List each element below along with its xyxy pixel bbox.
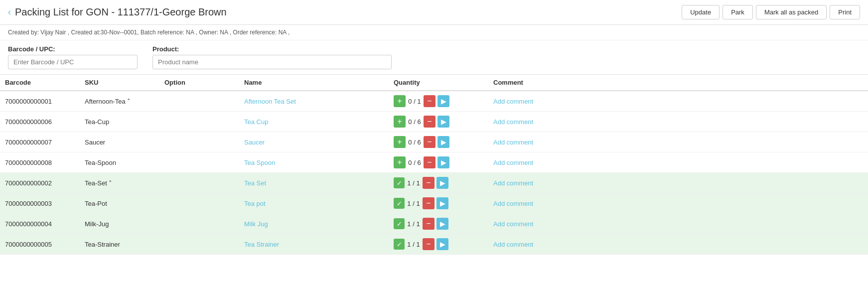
cell-comment[interactable]: Add comment xyxy=(488,91,868,112)
increment-button[interactable]: + xyxy=(394,136,406,148)
table-row: 7000000000004Milk-JugMilk Jug✓1 / 1−▶Add… xyxy=(0,214,868,234)
detail-arrow-button[interactable]: ▶ xyxy=(436,177,448,189)
decrement-button[interactable]: − xyxy=(424,136,435,148)
product-link[interactable]: Tea Set xyxy=(244,179,266,187)
col-header-option: Option xyxy=(159,75,239,91)
barcode-label: Barcode / UPC: xyxy=(8,45,138,53)
table-row: 7000000000001Afternoon-Tea ˄Afternoon Te… xyxy=(0,91,868,112)
cell-sku: Tea-Cup xyxy=(80,112,159,132)
cell-comment[interactable]: Add comment xyxy=(488,234,868,255)
detail-arrow-button[interactable]: ▶ xyxy=(437,136,449,148)
add-comment-link[interactable]: Add comment xyxy=(493,220,533,228)
mark-all-packed-button[interactable]: Mark all as packed xyxy=(756,5,827,19)
cell-name[interactable]: Tea Cup xyxy=(239,112,389,132)
cell-name[interactable]: Tea Spoon xyxy=(239,152,389,173)
park-button[interactable]: Park xyxy=(723,5,753,19)
cell-sku: Milk-Jug xyxy=(80,214,159,234)
cell-option xyxy=(159,214,239,234)
cell-option xyxy=(159,91,239,112)
qty-display: 1 / 1 xyxy=(407,179,421,187)
cell-barcode: 7000000000007 xyxy=(0,132,80,152)
cell-barcode: 7000000000008 xyxy=(0,152,80,173)
qty-display: 1 / 1 xyxy=(407,220,421,228)
product-link[interactable]: Tea pot xyxy=(244,200,266,207)
cell-sku: Tea-Set ˄ xyxy=(80,173,159,193)
cell-option xyxy=(159,112,239,132)
product-input[interactable] xyxy=(152,55,392,69)
decrement-button[interactable]: − xyxy=(424,116,435,128)
add-comment-link[interactable]: Add comment xyxy=(493,200,533,207)
increment-button[interactable]: + xyxy=(394,95,406,107)
col-header-comment: Comment xyxy=(488,75,868,91)
add-comment-link[interactable]: Add comment xyxy=(493,98,533,105)
increment-button[interactable]: + xyxy=(394,116,406,128)
detail-arrow-button[interactable]: ▶ xyxy=(436,238,448,250)
print-button[interactable]: Print xyxy=(830,5,860,19)
col-header-name: Name xyxy=(239,75,389,91)
cell-barcode: 7000000000005 xyxy=(0,234,80,255)
add-comment-link[interactable]: Add comment xyxy=(493,118,533,126)
cell-comment[interactable]: Add comment xyxy=(488,152,868,173)
increment-button[interactable]: + xyxy=(394,156,406,168)
update-button[interactable]: Update xyxy=(682,5,720,19)
cell-sku: Saucer xyxy=(80,132,159,152)
col-header-sku: SKU xyxy=(80,75,159,91)
meta-text: Created by: Vijay Nair , Created at:30-N… xyxy=(8,29,289,36)
header-buttons: Update Park Mark all as packed Print xyxy=(682,5,860,19)
meta-bar: Created by: Vijay Nair , Created at:30-N… xyxy=(0,25,868,40)
qty-display: 0 / 6 xyxy=(408,118,422,126)
cell-comment[interactable]: Add comment xyxy=(488,112,868,132)
cell-sku: Afternoon-Tea ˄ xyxy=(80,91,159,112)
product-link[interactable]: Tea Spoon xyxy=(244,159,275,166)
cell-name[interactable]: Afternoon Tea Set xyxy=(239,91,389,112)
add-comment-link[interactable]: Add comment xyxy=(493,139,533,146)
cell-sku: Tea-Strainer xyxy=(80,234,159,255)
qty-display: 0 / 6 xyxy=(408,159,422,166)
decrement-button[interactable]: − xyxy=(423,218,434,230)
cell-comment[interactable]: Add comment xyxy=(488,173,868,193)
cell-name[interactable]: Saucer xyxy=(239,132,389,152)
detail-arrow-button[interactable]: ▶ xyxy=(437,116,449,128)
qty-display: 0 / 6 xyxy=(408,139,422,146)
cell-comment[interactable]: Add comment xyxy=(488,214,868,234)
product-link[interactable]: Tea Strainer xyxy=(244,241,279,248)
add-comment-link[interactable]: Add comment xyxy=(493,179,533,187)
qty-controls: ✓1 / 1−▶ xyxy=(394,177,483,189)
cell-option xyxy=(159,234,239,255)
decrement-button[interactable]: − xyxy=(423,197,434,209)
cell-comment[interactable]: Add comment xyxy=(488,193,868,214)
detail-arrow-button[interactable]: ▶ xyxy=(436,218,448,230)
decrement-button[interactable]: − xyxy=(423,177,434,189)
add-comment-link[interactable]: Add comment xyxy=(493,241,533,248)
product-link[interactable]: Milk Jug xyxy=(244,220,268,228)
cell-name[interactable]: Milk Jug xyxy=(239,214,389,234)
cell-quantity: +0 / 6−▶ xyxy=(389,132,488,152)
barcode-input[interactable] xyxy=(8,55,138,69)
cell-name[interactable]: Tea Strainer xyxy=(239,234,389,255)
cell-quantity: +0 / 1−▶ xyxy=(389,91,488,112)
decrement-button[interactable]: − xyxy=(424,95,435,107)
decrement-button[interactable]: − xyxy=(424,156,435,168)
product-link[interactable]: Afternoon Tea Set xyxy=(244,98,296,105)
product-link[interactable]: Saucer xyxy=(244,139,265,146)
qty-controls: ✓1 / 1−▶ xyxy=(394,197,483,209)
add-comment-link[interactable]: Add comment xyxy=(493,159,533,166)
page-header: ‹ Packing List for GON - 111377/1-George… xyxy=(0,0,868,25)
back-button[interactable]: ‹ xyxy=(8,7,11,17)
product-link[interactable]: Tea Cup xyxy=(244,118,268,126)
qty-controls: ✓1 / 1−▶ xyxy=(394,218,483,230)
detail-arrow-button[interactable]: ▶ xyxy=(436,197,448,209)
cell-name[interactable]: Tea Set xyxy=(239,173,389,193)
cell-name[interactable]: Tea pot xyxy=(239,193,389,214)
cell-sku: Tea-Spoon xyxy=(80,152,159,173)
decrement-button[interactable]: − xyxy=(423,238,434,250)
cell-option xyxy=(159,173,239,193)
product-filter-group: Product: xyxy=(152,45,392,69)
detail-arrow-button[interactable]: ▶ xyxy=(437,95,449,107)
table-row: 7000000000006Tea-CupTea Cup+0 / 6−▶Add c… xyxy=(0,112,868,132)
cell-comment[interactable]: Add comment xyxy=(488,132,868,152)
detail-arrow-button[interactable]: ▶ xyxy=(437,156,449,168)
cell-quantity: ✓1 / 1−▶ xyxy=(389,234,488,255)
cell-sku: Tea-Pot xyxy=(80,193,159,214)
packed-check-icon: ✓ xyxy=(394,198,405,209)
